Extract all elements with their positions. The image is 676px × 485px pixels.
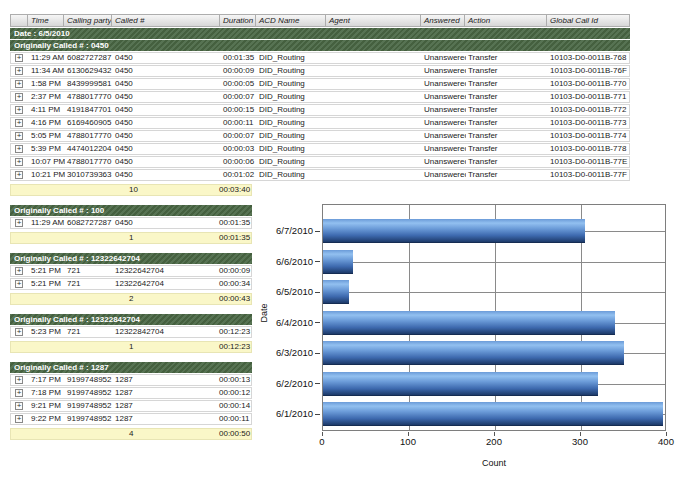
x-tick-label: 400	[646, 436, 676, 447]
expand-row-icon[interactable]: +	[15, 280, 23, 288]
cell-time: 11:29 AM	[29, 218, 65, 228]
cell-calling: 4788017770	[65, 131, 113, 141]
cell-acd: DID_Routing	[257, 118, 327, 128]
cell-action: Transfer	[466, 118, 548, 128]
y-tick-label: 6/6/2010	[276, 256, 320, 267]
cell-called: 0450	[113, 144, 221, 154]
cell-duration: 00:00:12	[217, 388, 253, 398]
chart-plot	[322, 204, 666, 431]
expand-cell: +	[11, 170, 29, 180]
expand-row-icon[interactable]: +	[15, 132, 23, 140]
summary-call-count: 2	[113, 294, 217, 304]
expand-row-icon[interactable]: +	[15, 67, 23, 75]
cell-calling: 4191847701	[65, 105, 113, 115]
expand-row-icon[interactable]: +	[15, 106, 23, 114]
cell-time: 4:11 PM	[29, 105, 65, 115]
cell-action: Transfer	[466, 144, 548, 154]
expand-row-icon[interactable]: +	[15, 389, 23, 397]
cell-duration: 00:01:35	[217, 218, 253, 228]
cell-global-id: 10103-D0-0011B-774	[548, 131, 631, 141]
cell-calling: 721	[65, 279, 113, 289]
cell-global-id: 10103-D0-0011B-770	[548, 79, 631, 89]
expand-cell: +	[11, 388, 29, 398]
y-tick-label: 6/4/2010	[276, 317, 320, 328]
cell-calling: 721	[65, 327, 113, 337]
cell-action: Transfer	[466, 92, 548, 102]
cell-acd: DID_Routing	[257, 144, 327, 154]
expand-row-icon[interactable]: +	[15, 267, 23, 275]
expand-cell: +	[11, 401, 29, 411]
expand-cell: +	[11, 279, 29, 289]
call-row: +5:21 PM7211232264270400:00:34	[10, 278, 252, 290]
cell-time: 10:07 PM	[29, 157, 65, 167]
expand-row-icon[interactable]: +	[15, 119, 23, 127]
bar-6-2-2010	[323, 372, 598, 396]
cell-acd: DID_Routing	[257, 66, 327, 76]
cell-acd: DID_Routing	[257, 157, 327, 167]
expand-row-icon[interactable]: +	[15, 376, 23, 384]
cell-time: 9:22 PM	[29, 414, 65, 424]
call-row: +5:05 PM4788017770045000:00:07DID_Routin…	[10, 130, 630, 142]
expand-cell: +	[11, 266, 29, 276]
expand-row-icon[interactable]: +	[15, 219, 23, 227]
expand-row-icon[interactable]: +	[15, 415, 23, 423]
bar-6-6-2010	[323, 250, 353, 274]
call-row: +11:34 AM6130629432045000:00:09DID_Routi…	[10, 65, 630, 77]
cell-calling: 8439999581	[65, 79, 113, 89]
cell-action: Transfer	[466, 131, 548, 141]
cell-duration: 00:00:14	[217, 401, 253, 411]
call-row: +5:23 PM7211232284270400:12:23	[10, 326, 252, 338]
call-row: +2:37 PM4788017770045000:00:07DID_Routin…	[10, 91, 630, 103]
summary-total-duration: 00:00:43	[217, 294, 253, 304]
cell-global-id: 10103-D0-0011B-77E	[548, 157, 631, 167]
cell-calling: 6130629432	[65, 66, 113, 76]
column-header-calling-party: Calling party #	[64, 14, 112, 27]
expand-cell: +	[11, 131, 29, 141]
cell-time: 5:21 PM	[29, 279, 65, 289]
column-header-global-call-id: Global Call Id	[547, 14, 630, 27]
expand-row-icon[interactable]: +	[15, 328, 23, 336]
x-tick-label: 100	[388, 436, 428, 447]
expand-row-icon[interactable]: +	[15, 171, 23, 179]
cell-calling: 4788017770	[65, 92, 113, 102]
group-summary-row: 100:01:35	[10, 232, 252, 244]
cell-duration: 00:00:07	[221, 131, 257, 141]
group-header-band: Originally Called # : 100	[10, 205, 252, 216]
x-tick-label: 300	[560, 436, 600, 447]
expand-cell: +	[11, 218, 29, 228]
expand-cell: +	[11, 414, 29, 424]
cell-answered: Unanswered	[422, 157, 466, 167]
cell-acd: DID_Routing	[257, 131, 327, 141]
expand-row-icon[interactable]: +	[15, 402, 23, 410]
call-row: +7:18 PM9199748952128700:00:12	[10, 387, 252, 399]
call-report-screen: TimeCalling party #Called #DurationACD N…	[0, 0, 676, 485]
expand-row-icon[interactable]: +	[15, 145, 23, 153]
group-summary-row: 200:00:43	[10, 293, 252, 305]
cell-time: 4:16 PM	[29, 118, 65, 128]
cell-answered: Unanswered	[422, 53, 466, 63]
cell-action: Transfer	[466, 157, 548, 167]
call-row: +5:39 PM4474012204045000:00:03DID_Routin…	[10, 143, 630, 155]
x-tick-label: 0	[302, 436, 342, 447]
cell-duration: 00:00:11	[217, 414, 253, 424]
cell-calling: 721	[65, 266, 113, 276]
horizontal-gridline	[323, 262, 665, 263]
expand-cell: +	[11, 118, 29, 128]
cell-time: 11:34 AM	[29, 66, 65, 76]
call-group: Originally Called # : 0450+11:29 AM60827…	[10, 40, 630, 196]
expand-row-icon[interactable]: +	[15, 158, 23, 166]
cell-answered: Unanswered	[422, 105, 466, 115]
cell-time: 5:23 PM	[29, 327, 65, 337]
cell-called: 0450	[113, 218, 217, 228]
horizontal-gridline	[323, 292, 665, 293]
cell-calling: 9199748952	[65, 375, 113, 385]
expand-row-icon[interactable]: +	[15, 93, 23, 101]
column-header-duration: Duration	[220, 14, 256, 27]
cell-calling: 4474012204	[65, 144, 113, 154]
call-group: Originally Called # : 12322642704+5:21 P…	[10, 253, 252, 305]
expand-row-icon[interactable]: +	[15, 54, 23, 62]
cell-time: 7:17 PM	[29, 375, 65, 385]
x-axis-tick	[666, 432, 667, 436]
call-row: +1:58 PM8439999581045000:00:05DID_Routin…	[10, 78, 630, 90]
expand-row-icon[interactable]: +	[15, 80, 23, 88]
